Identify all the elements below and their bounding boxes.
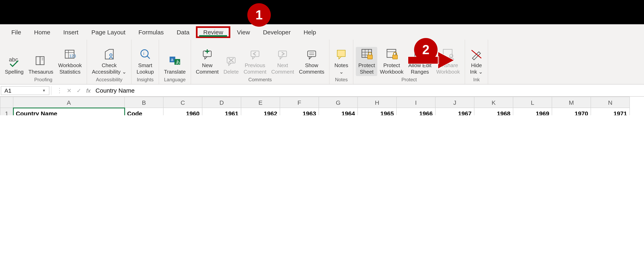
ribbon-btn-label: NewComment xyxy=(196,62,219,75)
protect-sheet-button[interactable]: ProtectSheet xyxy=(356,47,378,76)
svg-rect-23 xyxy=(251,51,259,56)
ribbon-btn-label: ProtectSheet xyxy=(358,62,375,75)
col-header-E[interactable]: E xyxy=(241,97,280,108)
thesaurus-button[interactable]: Thesaurus xyxy=(26,53,56,76)
cell[interactable]: 1966 xyxy=(396,108,435,115)
workbook-stats-button[interactable]: 123WorkbookStatistics xyxy=(56,47,84,76)
cell[interactable]: Country Name xyxy=(13,108,124,115)
svg-rect-2 xyxy=(40,57,44,65)
protect-workbook-button[interactable]: ProtectWorkbook xyxy=(378,47,406,76)
col-header-C[interactable]: C xyxy=(163,97,202,108)
tab-formulas[interactable]: Formulas xyxy=(132,26,170,38)
col-header-D[interactable]: D xyxy=(202,97,241,108)
cell[interactable]: 1962 xyxy=(241,108,280,115)
col-header-M[interactable]: M xyxy=(552,97,591,108)
cell[interactable]: 1968 xyxy=(474,108,513,115)
translate-button[interactable]: aあTranslate xyxy=(162,53,188,76)
ribbon-group-label: Notes xyxy=(332,76,351,83)
name-box-value: A1 xyxy=(4,87,11,94)
tab-review[interactable]: Review xyxy=(196,26,230,38)
ribbon-group-accessibility: CheckAccessibility ⌄Accessibility xyxy=(87,40,132,84)
ribbon-group-label: Insights xyxy=(134,76,156,83)
svg-rect-37 xyxy=(392,55,397,59)
col-header-L[interactable]: L xyxy=(513,97,552,108)
ribbon-btn-label: SmartLookup xyxy=(136,62,154,75)
tab-file[interactable]: File xyxy=(5,26,28,38)
cancel-icon[interactable]: ✕ xyxy=(67,87,72,94)
protect-sheet-icon xyxy=(360,47,373,60)
select-all-corner[interactable] xyxy=(0,97,13,108)
formula-bar: A1 ▼ ⋮ ✕ ✓ fx xyxy=(0,84,644,97)
tab-insert[interactable]: Insert xyxy=(57,26,85,38)
ribbon-btn-label: Notes⌄ xyxy=(334,62,348,75)
check-access-icon xyxy=(102,47,116,60)
col-header-H[interactable]: H xyxy=(358,97,396,108)
formula-input[interactable] xyxy=(92,86,644,95)
tab-page-layout[interactable]: Page Layout xyxy=(85,26,132,38)
tab-view[interactable]: View xyxy=(230,26,257,38)
smart-lookup-icon: i xyxy=(139,47,152,60)
fx-icon[interactable]: fx xyxy=(86,87,91,94)
tab-developer[interactable]: Developer xyxy=(256,26,297,38)
row-header[interactable]: 1 xyxy=(0,108,13,115)
prev-comment-icon xyxy=(248,47,262,60)
ribbon-group-proofing: abcSpellingThesaurus123WorkbookStatistic… xyxy=(0,40,87,84)
cell[interactable]: 1960 xyxy=(163,108,202,115)
cell[interactable]: 1970 xyxy=(552,108,591,115)
svg-rect-34 xyxy=(368,55,372,59)
cell[interactable]: Code xyxy=(124,108,163,115)
notes-button[interactable]: Notes⌄ xyxy=(332,47,351,76)
ribbon: abcSpellingThesaurus123WorkbookStatistic… xyxy=(0,40,644,84)
new-comment-button[interactable]: NewComment xyxy=(194,47,221,76)
cell[interactable]: 1963 xyxy=(280,108,319,115)
enter-icon[interactable]: ✓ xyxy=(76,87,81,94)
cell[interactable]: 1967 xyxy=(435,108,474,115)
svg-text:i: i xyxy=(143,51,144,56)
tab-help[interactable]: Help xyxy=(297,26,322,38)
ribbon-group-label: Comments xyxy=(194,76,327,83)
smart-lookup-button[interactable]: iSmartLookup xyxy=(134,47,156,76)
ribbon-btn-label: ShowComments xyxy=(299,62,324,75)
show-comments-button[interactable]: ShowComments xyxy=(296,47,327,76)
thesaurus-icon xyxy=(34,54,47,67)
hide-ink-button[interactable]: HideInk ⌄ xyxy=(468,47,485,76)
next-comment-icon xyxy=(276,47,289,60)
tab-home[interactable]: Home xyxy=(28,26,57,38)
col-header-N[interactable]: N xyxy=(591,97,630,108)
col-header-B[interactable]: B xyxy=(124,97,163,108)
protect-workbook-icon xyxy=(385,47,398,60)
col-header-A[interactable]: A xyxy=(13,97,124,108)
svg-rect-25 xyxy=(308,51,316,56)
col-header-F[interactable]: F xyxy=(280,97,319,108)
callout-2: 2 xyxy=(414,38,438,61)
svg-text:あ: あ xyxy=(176,59,180,64)
cell[interactable]: 1969 xyxy=(513,108,552,115)
svg-rect-1 xyxy=(36,57,40,65)
ribbon-group-notes: Notes⌄Notes xyxy=(330,40,354,84)
ribbon-tabs: FileHomeInsertPage LayoutFormulasDataRev… xyxy=(0,24,644,40)
app-window: FileHomeInsertPage LayoutFormulasDataRev… xyxy=(0,24,644,115)
ribbon-group-insights: iSmartLookupInsights xyxy=(132,40,159,84)
col-header-G[interactable]: G xyxy=(319,97,358,108)
col-header-J[interactable]: J xyxy=(435,97,474,108)
name-box[interactable]: A1 ▼ xyxy=(1,86,50,95)
tab-data[interactable]: Data xyxy=(170,26,196,38)
prev-comment-button: PreviousComment xyxy=(241,47,269,76)
ribbon-btn-label: HideInk ⌄ xyxy=(470,62,483,75)
notes-icon xyxy=(335,47,348,60)
ribbon-btn-label: CheckAccessibility ⌄ xyxy=(92,62,126,75)
svg-line-11 xyxy=(147,56,150,58)
cell[interactable]: 1965 xyxy=(358,108,396,115)
cell[interactable]: 1964 xyxy=(319,108,358,115)
spelling-button[interactable]: abcSpelling xyxy=(2,53,26,76)
check-access-button[interactable]: CheckAccessibility ⌄ xyxy=(90,47,129,76)
cell[interactable]: 1971 xyxy=(591,108,630,115)
col-header-K[interactable]: K xyxy=(474,97,513,108)
spreadsheet-grid[interactable]: ABCDEFGHIJKLMN1Country NameCode196019611… xyxy=(0,97,644,115)
ribbon-group-label: Language xyxy=(162,76,188,83)
cell[interactable]: 1961 xyxy=(202,108,241,115)
col-header-I[interactable]: I xyxy=(396,97,435,108)
workbook-stats-icon: 123 xyxy=(64,47,76,60)
new-comment-icon xyxy=(201,47,214,60)
ribbon-btn-label: Delete xyxy=(224,69,238,75)
